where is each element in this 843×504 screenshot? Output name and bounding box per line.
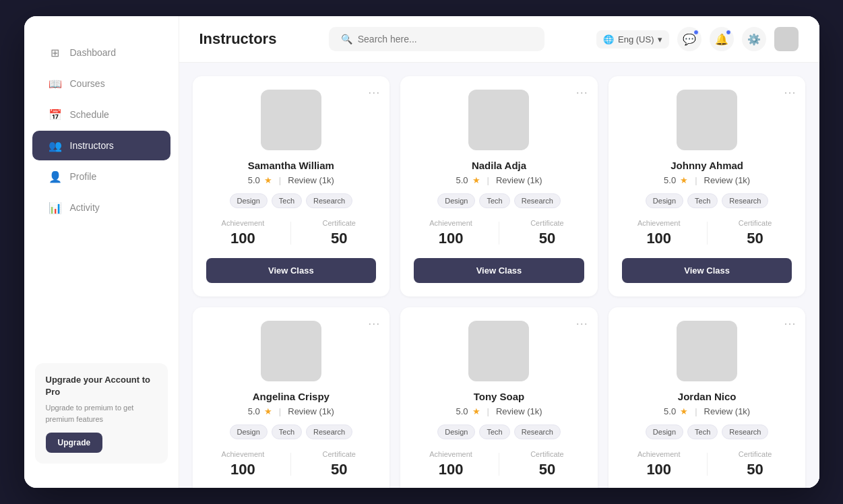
achievement-value: 100 — [622, 230, 696, 247]
stats-row: Achievement 100 Certificate 50 — [414, 219, 584, 247]
card-menu-icon[interactable]: ··· — [368, 86, 380, 100]
instructor-rating: 5.0 ★ | Review (1k) — [664, 406, 750, 416]
instructor-avatar — [677, 321, 737, 381]
tags-container: DesignTechResearch — [437, 424, 561, 439]
chevron-down-icon: ▾ — [658, 34, 662, 44]
achievement-stat: Achievement 100 — [206, 219, 280, 247]
header: Instructors 🔍 🌐 Eng (US) ▾ 💬 🔔 — [179, 16, 819, 63]
divider: | — [279, 406, 281, 416]
certificate-stat: Certificate 50 — [302, 450, 376, 478]
tag: Design — [437, 424, 475, 439]
tag: Research — [722, 193, 768, 208]
achievement-value: 100 — [206, 461, 280, 478]
sidebar-item-schedule[interactable]: 📅 Schedule — [32, 100, 170, 129]
instructor-rating: 5.0 ★ | Review (1k) — [456, 406, 542, 416]
achievement-label: Achievement — [414, 450, 488, 458]
courses-icon: 📖 — [49, 77, 62, 90]
achievement-value: 100 — [414, 230, 488, 247]
divider: | — [279, 175, 281, 185]
review-count: Review (1k) — [704, 175, 751, 185]
instructor-card: ··· Tony Soap 5.0 ★ | Review (1k) Design… — [400, 307, 598, 488]
view-class-button[interactable]: View Class — [414, 258, 584, 283]
view-class-button[interactable]: View Class — [622, 258, 792, 283]
achievement-label: Achievement — [414, 219, 488, 227]
certificate-value: 50 — [510, 461, 584, 478]
sidebar-item-label: Instructors — [70, 140, 114, 151]
certificate-value: 50 — [718, 230, 792, 247]
upgrade-box: Upgrade your Account to Pro Upgrade to p… — [35, 363, 168, 464]
divider: | — [487, 406, 489, 416]
card-menu-icon[interactable]: ··· — [368, 317, 380, 331]
instructor-card: ··· Angelina Crispy 5.0 ★ | Review (1k) … — [193, 307, 390, 488]
stat-divider — [499, 453, 499, 476]
messages-button[interactable]: 💬 — [677, 27, 701, 51]
search-input[interactable] — [358, 34, 532, 44]
review-count: Review (1k) — [704, 406, 751, 416]
instructor-rating: 5.0 ★ | Review (1k) — [456, 175, 542, 185]
notifications-badge — [726, 30, 731, 35]
stats-row: Achievement 100 Certificate 50 — [622, 450, 792, 478]
achievement-stat: Achievement 100 — [206, 450, 280, 478]
instructor-avatar — [261, 90, 321, 150]
stat-divider — [290, 222, 291, 245]
divider: | — [487, 175, 489, 185]
achievement-label: Achievement — [206, 450, 280, 458]
certificate-label: Certificate — [302, 219, 376, 227]
language-selector[interactable]: 🌐 Eng (US) ▾ — [596, 30, 669, 49]
sidebar-item-label: Dashboard — [70, 47, 117, 58]
achievement-stat: Achievement 100 — [414, 219, 488, 247]
instructor-card: ··· Nadila Adja 5.0 ★ | Review (1k) Desi… — [400, 76, 598, 296]
search-bar[interactable]: 🔍 — [329, 27, 544, 51]
tag: Research — [306, 193, 352, 208]
certificate-value: 50 — [302, 461, 376, 478]
certificate-stat: Certificate 50 — [718, 219, 792, 247]
star-icon: ★ — [264, 406, 272, 416]
sidebar-nav: ⊞ Dashboard 📖 Courses 📅 Schedule 👥 Instr… — [24, 36, 179, 352]
tag: Research — [722, 424, 768, 439]
certificate-stat: Certificate 50 — [510, 450, 584, 478]
review-count: Review (1k) — [496, 406, 542, 416]
card-menu-icon[interactable]: ··· — [784, 86, 796, 100]
star-icon: ★ — [472, 406, 480, 416]
stats-row: Achievement 100 Certificate 50 — [206, 450, 377, 478]
instructor-rating: 5.0 ★ | Review (1k) — [248, 175, 334, 185]
user-avatar[interactable] — [774, 27, 799, 51]
stats-row: Achievement 100 Certificate 50 — [622, 219, 792, 247]
instructor-card: ··· Johnny Ahmad 5.0 ★ | Review (1k) Des… — [608, 76, 806, 296]
notifications-button[interactable]: 🔔 — [710, 27, 734, 51]
certificate-label: Certificate — [718, 450, 792, 458]
upgrade-button[interactable]: Upgrade — [46, 433, 103, 453]
main-content: Instructors 🔍 🌐 Eng (US) ▾ 💬 🔔 — [179, 16, 819, 488]
card-menu-icon[interactable]: ··· — [576, 317, 588, 331]
certificate-label: Certificate — [718, 219, 792, 227]
certificate-label: Certificate — [510, 219, 584, 227]
sidebar-item-instructors[interactable]: 👥 Instructors — [32, 131, 170, 160]
instructors-icon: 👥 — [49, 139, 62, 152]
certificate-value: 50 — [718, 461, 792, 478]
achievement-value: 100 — [622, 461, 696, 478]
card-menu-icon[interactable]: ··· — [576, 86, 588, 100]
profile-icon: 👤 — [49, 170, 62, 183]
sidebar-item-activity[interactable]: 📊 Activity — [32, 193, 170, 222]
upgrade-title: Upgrade your Account to Pro — [46, 374, 157, 398]
stats-row: Achievement 100 Certificate 50 — [206, 219, 377, 247]
sidebar-item-label: Activity — [70, 202, 100, 213]
view-class-button[interactable]: View Class — [206, 258, 377, 283]
search-icon: 🔍 — [341, 34, 352, 44]
achievement-label: Achievement — [622, 219, 696, 227]
sidebar-item-courses[interactable]: 📖 Courses — [32, 69, 170, 98]
sidebar-item-profile[interactable]: 👤 Profile — [32, 162, 170, 191]
settings-button[interactable]: ⚙️ — [742, 27, 766, 51]
activity-icon: 📊 — [49, 201, 62, 214]
stat-divider — [290, 453, 291, 476]
instructor-rating: 5.0 ★ | Review (1k) — [248, 406, 334, 416]
divider: | — [695, 175, 697, 185]
tag: Tech — [272, 193, 302, 208]
tag: Design — [437, 193, 475, 208]
sidebar-item-dashboard[interactable]: ⊞ Dashboard — [32, 38, 170, 67]
review-count: Review (1k) — [288, 175, 334, 185]
dashboard-icon: ⊞ — [49, 46, 62, 59]
instructor-avatar — [468, 90, 529, 150]
instructor-rating: 5.0 ★ | Review (1k) — [664, 175, 750, 185]
card-menu-icon[interactable]: ··· — [784, 317, 796, 331]
